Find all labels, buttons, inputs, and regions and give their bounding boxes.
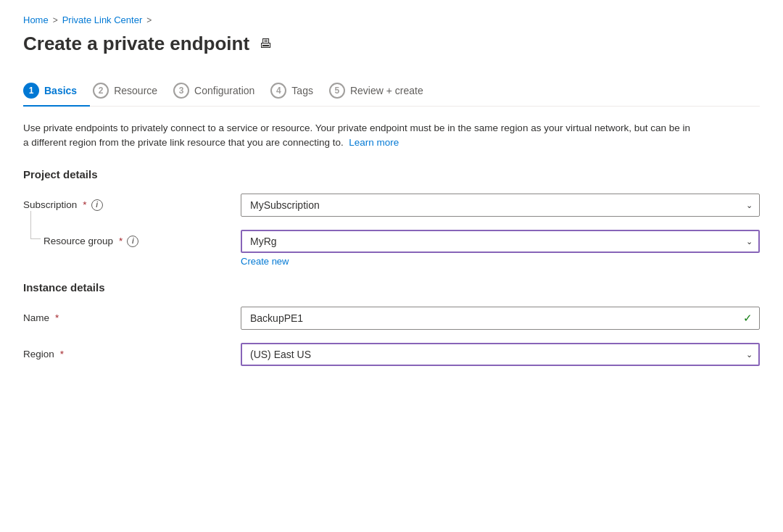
name-label: Name <box>23 312 49 323</box>
resource-group-select-wrapper: MyRg ⌄ <box>241 230 760 253</box>
resource-group-control: MyRg ⌄ Create new <box>241 230 760 267</box>
tab-resource-label: Resource <box>114 85 157 96</box>
tab-review-create-number: 5 <box>329 83 345 99</box>
region-select-wrapper: (US) East US ⌄ <box>241 343 760 366</box>
tab-configuration-number: 3 <box>173 83 189 99</box>
name-label-col: Name * <box>23 312 241 323</box>
subscription-label-col: Subscription * i <box>23 199 241 211</box>
tab-tags[interactable]: 4 Tags <box>270 75 326 106</box>
name-required: * <box>55 312 59 323</box>
breadcrumb-sep2: > <box>146 15 152 25</box>
page-title: Create a private endpoint <box>23 33 249 55</box>
resource-group-select[interactable]: MyRg <box>241 230 760 253</box>
region-label-col: Region * <box>23 349 241 359</box>
breadcrumb: Home > Private Link Center > <box>23 14 760 25</box>
resource-group-required: * <box>119 236 123 246</box>
description-text: Use private endpoints to privately conne… <box>23 121 690 151</box>
project-details-title: Project details <box>23 168 760 180</box>
region-select[interactable]: (US) East US <box>241 343 760 366</box>
tab-tags-number: 4 <box>270 83 286 99</box>
wizard-tabs: 1 Basics 2 Resource 3 Configuration 4 Ta… <box>23 75 760 107</box>
instance-details-title: Instance details <box>23 281 760 294</box>
tab-configuration-label: Configuration <box>194 85 254 96</box>
print-icon[interactable]: 🖶 <box>260 36 273 51</box>
subscription-select-wrapper: MySubscription ⌄ <box>241 194 760 217</box>
breadcrumb-private-link-center[interactable]: Private Link Center <box>62 14 143 25</box>
breadcrumb-sep1: > <box>53 15 58 25</box>
tab-basics-label: Basics <box>44 85 77 96</box>
tab-basics-number: 1 <box>23 83 39 99</box>
name-valid-icon: ✓ <box>743 312 753 325</box>
learn-more-link[interactable]: Learn more <box>349 137 399 148</box>
subscription-select[interactable]: MySubscription <box>241 194 760 217</box>
region-label: Region <box>23 349 54 359</box>
resource-group-row: Resource group * i MyRg ⌄ Create new <box>23 230 760 267</box>
resource-group-label: Resource group <box>44 236 113 246</box>
name-input[interactable] <box>241 307 760 330</box>
resource-group-info-icon[interactable]: i <box>127 236 138 247</box>
page-title-row: Create a private endpoint 🖶 <box>23 33 760 55</box>
subscription-info-icon[interactable]: i <box>91 199 103 211</box>
name-control: ✓ <box>241 307 760 330</box>
tab-review-create[interactable]: 5 Review + create <box>329 75 436 106</box>
tab-basics[interactable]: 1 Basics <box>23 75 90 106</box>
region-row: Region * (US) East US ⌄ <box>23 343 760 366</box>
region-required: * <box>60 349 64 359</box>
name-input-wrapper: ✓ <box>241 307 760 330</box>
subscription-row: Subscription * i MySubscription ⌄ <box>23 194 760 217</box>
tab-review-create-label: Review + create <box>350 85 423 96</box>
instance-details-section: Instance details Name * ✓ Region * (US) … <box>23 281 760 366</box>
tab-tags-label: Tags <box>291 85 313 96</box>
tab-resource[interactable]: 2 Resource <box>93 75 170 106</box>
tab-configuration[interactable]: 3 Configuration <box>173 75 268 106</box>
name-row: Name * ✓ <box>23 307 760 330</box>
breadcrumb-home[interactable]: Home <box>23 14 49 25</box>
create-new-link[interactable]: Create new <box>241 256 289 267</box>
region-control: (US) East US ⌄ <box>241 343 760 366</box>
tab-resource-number: 2 <box>93 83 109 99</box>
resource-group-label-col: Resource group * i <box>23 230 241 247</box>
subscription-required: * <box>83 199 86 210</box>
subscription-label: Subscription <box>23 199 77 210</box>
subscription-control: MySubscription ⌄ <box>241 194 760 217</box>
